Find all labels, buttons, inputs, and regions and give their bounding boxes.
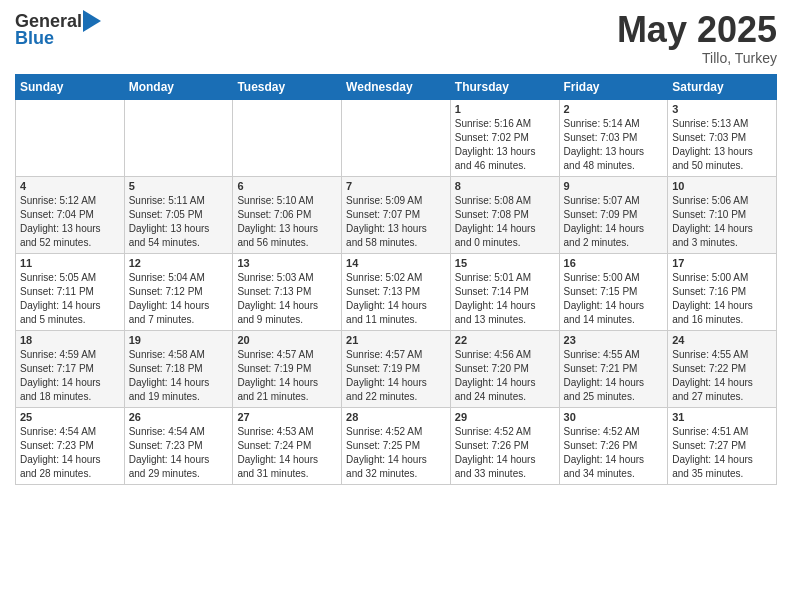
day-info: Sunrise: 4:58 AMSunset: 7:18 PMDaylight:… [129,348,229,404]
day-number: 5 [129,180,229,192]
location-title: Tillo, Turkey [617,50,777,66]
col-sunday: Sunday [16,74,125,99]
calendar: Sunday Monday Tuesday Wednesday Thursday… [15,74,777,485]
table-cell: 29Sunrise: 4:52 AMSunset: 7:26 PMDayligh… [450,407,559,484]
day-info: Sunrise: 4:52 AMSunset: 7:26 PMDaylight:… [564,425,664,481]
table-cell: 14Sunrise: 5:02 AMSunset: 7:13 PMDayligh… [342,253,451,330]
table-cell: 23Sunrise: 4:55 AMSunset: 7:21 PMDayligh… [559,330,668,407]
day-number: 11 [20,257,120,269]
table-cell: 27Sunrise: 4:53 AMSunset: 7:24 PMDayligh… [233,407,342,484]
logo: General Blue [15,10,101,49]
day-number: 8 [455,180,555,192]
day-info: Sunrise: 5:12 AMSunset: 7:04 PMDaylight:… [20,194,120,250]
day-info: Sunrise: 5:00 AMSunset: 7:15 PMDaylight:… [564,271,664,327]
table-cell: 20Sunrise: 4:57 AMSunset: 7:19 PMDayligh… [233,330,342,407]
table-cell [233,99,342,176]
weekday-header-row: Sunday Monday Tuesday Wednesday Thursday… [16,74,777,99]
day-number: 25 [20,411,120,423]
table-cell: 11Sunrise: 5:05 AMSunset: 7:11 PMDayligh… [16,253,125,330]
table-cell: 3Sunrise: 5:13 AMSunset: 7:03 PMDaylight… [668,99,777,176]
day-number: 18 [20,334,120,346]
table-cell: 28Sunrise: 4:52 AMSunset: 7:25 PMDayligh… [342,407,451,484]
table-cell [342,99,451,176]
day-info: Sunrise: 5:11 AMSunset: 7:05 PMDaylight:… [129,194,229,250]
col-monday: Monday [124,74,233,99]
day-number: 6 [237,180,337,192]
table-cell: 6Sunrise: 5:10 AMSunset: 7:06 PMDaylight… [233,176,342,253]
week-row-5: 25Sunrise: 4:54 AMSunset: 7:23 PMDayligh… [16,407,777,484]
header: General Blue May 2025 Tillo, Turkey [15,10,777,66]
day-number: 1 [455,103,555,115]
day-number: 30 [564,411,664,423]
day-info: Sunrise: 4:56 AMSunset: 7:20 PMDaylight:… [455,348,555,404]
day-number: 29 [455,411,555,423]
month-title: May 2025 [617,10,777,50]
table-cell: 4Sunrise: 5:12 AMSunset: 7:04 PMDaylight… [16,176,125,253]
day-info: Sunrise: 5:06 AMSunset: 7:10 PMDaylight:… [672,194,772,250]
day-number: 17 [672,257,772,269]
week-row-2: 4Sunrise: 5:12 AMSunset: 7:04 PMDaylight… [16,176,777,253]
day-info: Sunrise: 4:55 AMSunset: 7:22 PMDaylight:… [672,348,772,404]
day-info: Sunrise: 5:13 AMSunset: 7:03 PMDaylight:… [672,117,772,173]
col-friday: Friday [559,74,668,99]
day-info: Sunrise: 5:14 AMSunset: 7:03 PMDaylight:… [564,117,664,173]
day-info: Sunrise: 4:53 AMSunset: 7:24 PMDaylight:… [237,425,337,481]
day-number: 24 [672,334,772,346]
day-info: Sunrise: 4:52 AMSunset: 7:25 PMDaylight:… [346,425,446,481]
day-number: 26 [129,411,229,423]
logo-icon [83,10,101,32]
table-cell: 31Sunrise: 4:51 AMSunset: 7:27 PMDayligh… [668,407,777,484]
day-number: 14 [346,257,446,269]
week-row-3: 11Sunrise: 5:05 AMSunset: 7:11 PMDayligh… [16,253,777,330]
table-cell: 10Sunrise: 5:06 AMSunset: 7:10 PMDayligh… [668,176,777,253]
day-number: 13 [237,257,337,269]
day-info: Sunrise: 5:01 AMSunset: 7:14 PMDaylight:… [455,271,555,327]
day-info: Sunrise: 5:00 AMSunset: 7:16 PMDaylight:… [672,271,772,327]
day-info: Sunrise: 4:52 AMSunset: 7:26 PMDaylight:… [455,425,555,481]
day-info: Sunrise: 4:55 AMSunset: 7:21 PMDaylight:… [564,348,664,404]
day-number: 12 [129,257,229,269]
day-number: 23 [564,334,664,346]
svg-marker-0 [83,10,101,32]
day-info: Sunrise: 4:51 AMSunset: 7:27 PMDaylight:… [672,425,772,481]
page: General Blue May 2025 Tillo, Turkey Sund… [0,0,792,500]
table-cell: 8Sunrise: 5:08 AMSunset: 7:08 PMDaylight… [450,176,559,253]
day-info: Sunrise: 5:08 AMSunset: 7:08 PMDaylight:… [455,194,555,250]
table-cell: 22Sunrise: 4:56 AMSunset: 7:20 PMDayligh… [450,330,559,407]
day-info: Sunrise: 5:07 AMSunset: 7:09 PMDaylight:… [564,194,664,250]
table-cell: 2Sunrise: 5:14 AMSunset: 7:03 PMDaylight… [559,99,668,176]
table-cell: 1Sunrise: 5:16 AMSunset: 7:02 PMDaylight… [450,99,559,176]
day-info: Sunrise: 5:03 AMSunset: 7:13 PMDaylight:… [237,271,337,327]
table-cell: 18Sunrise: 4:59 AMSunset: 7:17 PMDayligh… [16,330,125,407]
col-wednesday: Wednesday [342,74,451,99]
day-number: 20 [237,334,337,346]
day-number: 2 [564,103,664,115]
day-info: Sunrise: 4:57 AMSunset: 7:19 PMDaylight:… [237,348,337,404]
table-cell: 16Sunrise: 5:00 AMSunset: 7:15 PMDayligh… [559,253,668,330]
title-block: May 2025 Tillo, Turkey [617,10,777,66]
day-info: Sunrise: 4:59 AMSunset: 7:17 PMDaylight:… [20,348,120,404]
col-thursday: Thursday [450,74,559,99]
week-row-1: 1Sunrise: 5:16 AMSunset: 7:02 PMDaylight… [16,99,777,176]
week-row-4: 18Sunrise: 4:59 AMSunset: 7:17 PMDayligh… [16,330,777,407]
table-cell: 7Sunrise: 5:09 AMSunset: 7:07 PMDaylight… [342,176,451,253]
day-info: Sunrise: 4:54 AMSunset: 7:23 PMDaylight:… [20,425,120,481]
day-number: 21 [346,334,446,346]
day-number: 3 [672,103,772,115]
table-cell [16,99,125,176]
table-cell: 19Sunrise: 4:58 AMSunset: 7:18 PMDayligh… [124,330,233,407]
day-number: 19 [129,334,229,346]
day-number: 7 [346,180,446,192]
day-number: 28 [346,411,446,423]
table-cell: 21Sunrise: 4:57 AMSunset: 7:19 PMDayligh… [342,330,451,407]
day-info: Sunrise: 5:02 AMSunset: 7:13 PMDaylight:… [346,271,446,327]
table-cell: 24Sunrise: 4:55 AMSunset: 7:22 PMDayligh… [668,330,777,407]
day-number: 22 [455,334,555,346]
day-info: Sunrise: 5:09 AMSunset: 7:07 PMDaylight:… [346,194,446,250]
day-number: 15 [455,257,555,269]
day-info: Sunrise: 5:10 AMSunset: 7:06 PMDaylight:… [237,194,337,250]
table-cell: 17Sunrise: 5:00 AMSunset: 7:16 PMDayligh… [668,253,777,330]
day-number: 10 [672,180,772,192]
table-cell: 9Sunrise: 5:07 AMSunset: 7:09 PMDaylight… [559,176,668,253]
table-cell: 25Sunrise: 4:54 AMSunset: 7:23 PMDayligh… [16,407,125,484]
